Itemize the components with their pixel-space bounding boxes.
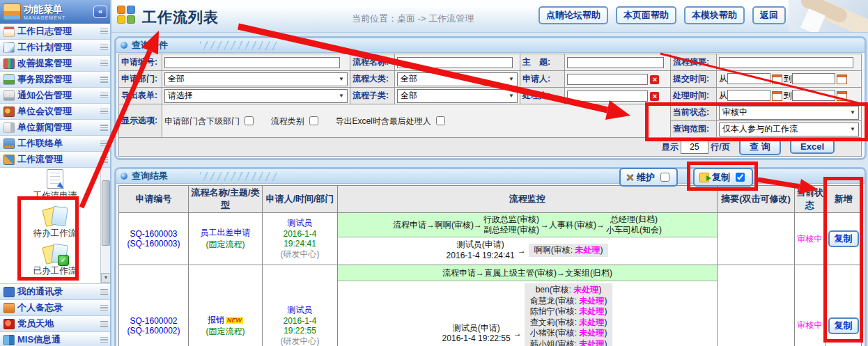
sidebar-title: 功能菜单 xyxy=(24,4,91,14)
maintain-button[interactable]: 维护 xyxy=(619,168,678,187)
submenu-scrollbar[interactable]: ▼ xyxy=(100,168,110,283)
submit-to-input[interactable] xyxy=(792,73,835,84)
sidebar-item-memo[interactable]: 个人备忘录 xyxy=(0,300,110,316)
panel-hatch-decoration xyxy=(200,41,277,50)
option-include-subdept[interactable]: 申请部门含下级部门 xyxy=(164,116,256,126)
apply-no-cell[interactable]: SQ-1600002(SQ-1600002) xyxy=(119,265,189,346)
maintain-label: 维护 xyxy=(637,171,655,184)
memo-icon xyxy=(3,303,15,313)
from-label: 从 xyxy=(719,74,727,84)
row-copy-button[interactable]: 复制 xyxy=(828,317,859,334)
apply-no-cell[interactable]: SQ-1600003(SQ-1600003) xyxy=(119,213,189,265)
summary-cell[interactable] xyxy=(718,265,795,346)
query-scope-value: 仅本人参与的工作流 xyxy=(722,123,798,135)
scroll-down-arrow-icon[interactable]: ▼ xyxy=(101,273,111,283)
apply-dept-select[interactable]: 全部▼ xyxy=(164,72,348,86)
new-action-cell: 复制 xyxy=(826,213,862,265)
flow-name-cell[interactable]: 员工出差申请(固定流程) xyxy=(189,213,263,265)
summary-cell[interactable] xyxy=(718,213,795,265)
apply-no-label: 申请编号: xyxy=(119,54,162,71)
apply-no-input[interactable] xyxy=(164,57,340,68)
calendar-icon[interactable] xyxy=(772,74,782,84)
sidebar-item-work-log[interactable]: 工作日志管理 xyxy=(0,24,110,40)
submit-from-input[interactable] xyxy=(727,73,770,84)
clear-handler-icon[interactable]: × xyxy=(650,92,659,101)
sidebar-item-label: 党员天地 xyxy=(17,317,98,330)
calendar-icon[interactable] xyxy=(837,91,847,101)
flow-category-select[interactable]: 全部▼ xyxy=(397,72,518,86)
submenu-workflow-apply[interactable]: 工作流申请 xyxy=(0,169,110,202)
scrollbar-thumb[interactable] xyxy=(102,180,110,246)
collapse-sidebar-button[interactable]: « xyxy=(93,6,107,18)
export-form-select[interactable]: 请选择▼ xyxy=(164,89,348,103)
sidebar-item-mis[interactable]: MIS信息通 xyxy=(0,332,110,346)
rows-per-page-input[interactable] xyxy=(681,141,708,154)
sidebar-item-work-plan[interactable]: 工作计划管理 xyxy=(0,40,110,56)
caret-down-icon: ▼ xyxy=(509,93,514,99)
sidebar-item-contact-sheet[interactable]: 工作联络单 xyxy=(0,136,110,152)
include-subdept-checkbox[interactable] xyxy=(245,116,254,125)
sidebar-item-news[interactable]: 单位新闻管理 xyxy=(0,120,110,136)
handler-input[interactable] xyxy=(567,91,648,102)
query-button[interactable]: 查 询 xyxy=(739,139,781,155)
route-stack: 总经理(归档)小车司机(知会) xyxy=(606,214,662,235)
copy-button[interactable]: 复制 xyxy=(693,168,753,187)
workflow-submenu-panel: 工作流申请 待办工作流 ✓ 已办工作流 ▼ xyxy=(0,168,110,284)
forum-help-button[interactable]: 点睛论坛帮助 xyxy=(538,6,608,24)
drag-handle-icon xyxy=(100,61,108,67)
sidebar-item-workflow[interactable]: 工作流管理 xyxy=(0,152,110,168)
sidebar-item-notice[interactable]: 通知公告管理 xyxy=(0,88,110,104)
clear-applicant-icon[interactable]: × xyxy=(650,75,659,84)
sidebar-subtitle: MANAGEMENT xyxy=(24,15,91,20)
back-button[interactable]: 返回 xyxy=(752,6,786,24)
sidebar-item-party[interactable]: 党员天地 xyxy=(0,316,110,332)
sidebar-item-task-tracking[interactable]: 事务跟踪管理 xyxy=(0,72,110,88)
current-status-select[interactable]: 审核中▼ xyxy=(719,106,859,120)
subject-input[interactable] xyxy=(567,57,664,68)
page-help-button[interactable]: 本页面帮助 xyxy=(616,6,676,24)
handler-label: 处理人: xyxy=(520,88,565,104)
sidebar-item-contacts[interactable]: 我的通讯录 xyxy=(0,284,110,300)
query-scope-select[interactable]: 仅本人参与的工作流▼ xyxy=(719,123,859,136)
caret-down-icon: ▼ xyxy=(850,109,855,116)
handle-to-input[interactable] xyxy=(792,90,835,101)
excel-last-handler-checkbox[interactable] xyxy=(436,116,445,125)
subject-label: 主 题: xyxy=(520,54,565,71)
export-form-value: 请选择 xyxy=(168,90,193,102)
table-row: SQ-1600002(SQ-1600002) 报销NEW(固定流程) 测试员20… xyxy=(119,265,862,346)
flow-arrow: → xyxy=(518,246,526,255)
sidebar-item-improvement[interactable]: 改善提案管理 xyxy=(0,56,110,72)
flow-name-cell[interactable]: 报销NEW(固定流程) xyxy=(189,265,263,346)
sidebar-item-label: MIS信息通 xyxy=(17,333,98,346)
sidebar-item-label: 改善提案管理 xyxy=(17,57,98,70)
caret-down-icon: ▼ xyxy=(850,126,855,132)
pending-handlers-box: ben(审核: 未处理)俞慧龙(审核: 未处理)陈怡宁(审核: 未处理)查文莉(… xyxy=(525,283,613,346)
row-copy-button[interactable]: 复制 xyxy=(828,230,859,247)
results-header-row: 申请编号 流程名称/主题/类型 申请人/时间/部门 流程监控 摘要(双击可修改)… xyxy=(119,186,862,213)
col-applicant: 申请人/时间/部门 xyxy=(263,186,338,213)
calendar-icon[interactable] xyxy=(772,91,782,101)
excel-button[interactable]: Excel xyxy=(790,139,835,154)
calendar-icon[interactable] xyxy=(837,74,847,84)
option-excel-last-handler[interactable]: 导出Excel时含最后处理人 xyxy=(335,116,447,126)
search-panel-header: 查询条件 xyxy=(116,38,865,53)
flow-type-checkbox[interactable] xyxy=(309,116,318,125)
applicant-input[interactable] xyxy=(567,74,648,85)
drag-handle-icon xyxy=(100,141,108,147)
submenu-done-workflow[interactable]: ✓ 已办工作流 xyxy=(0,243,110,277)
copy-checkbox[interactable] xyxy=(736,173,745,182)
col-flow-name: 流程名称/主题/类型 xyxy=(189,186,263,213)
sidebar-item-label: 工作计划管理 xyxy=(17,41,98,54)
submenu-pending-workflow[interactable]: 待办工作流 xyxy=(0,205,110,239)
flow-name-input[interactable] xyxy=(397,57,513,68)
option-flow-type[interactable]: 流程类别 xyxy=(271,116,320,126)
workflow-apply-icon xyxy=(47,169,63,189)
module-help-button[interactable]: 本模块帮助 xyxy=(684,6,745,24)
handle-from-input[interactable] xyxy=(727,90,770,101)
improvement-icon xyxy=(3,58,15,69)
flow-summary-input[interactable] xyxy=(719,57,853,68)
sidebar-item-label: 个人备忘录 xyxy=(17,301,98,314)
flow-subcategory-select[interactable]: 全部▼ xyxy=(397,89,518,103)
sidebar-item-meeting[interactable]: 单位会议管理 xyxy=(0,104,110,120)
maintain-checkbox[interactable] xyxy=(660,173,669,182)
